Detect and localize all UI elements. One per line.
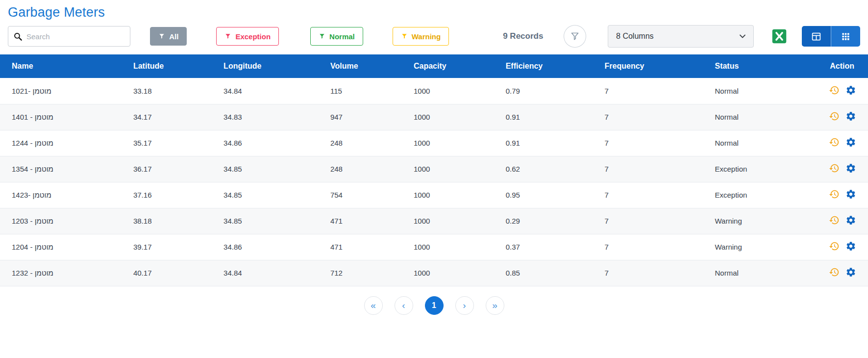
- cell-frequency: 7: [593, 104, 703, 130]
- settings-gear-icon[interactable]: [843, 84, 858, 98]
- filter-exception-label: Exception: [235, 32, 271, 41]
- pagination-page-1-button[interactable]: 1: [425, 296, 444, 315]
- excel-export-button[interactable]: [770, 27, 788, 45]
- cell-longitude: 34.85: [212, 156, 319, 182]
- settings-gear-icon[interactable]: [843, 162, 858, 176]
- settings-gear-icon[interactable]: [843, 110, 858, 124]
- cell-frequency: 7: [593, 156, 703, 182]
- cell-capacity: 1000: [402, 260, 494, 286]
- cell-status: Warning: [703, 234, 809, 260]
- history-icon[interactable]: [827, 110, 842, 124]
- cell-volume: 248: [319, 130, 402, 156]
- cell-action: [809, 234, 868, 260]
- filter-menu-button[interactable]: [564, 25, 586, 48]
- history-icon[interactable]: [827, 214, 842, 228]
- settings-gear-icon[interactable]: [843, 214, 858, 228]
- history-icon[interactable]: [827, 266, 842, 280]
- settings-gear-icon[interactable]: [843, 188, 858, 202]
- column-header-frequency[interactable]: Frequency: [593, 54, 703, 78]
- table-body: 1021- מוטמן 33.18 34.84 115 1000 0.79 7 …: [0, 78, 868, 286]
- cell-efficiency: 0.95: [494, 182, 593, 208]
- history-icon[interactable]: [827, 136, 842, 150]
- funnel-icon: [401, 33, 408, 40]
- cell-capacity: 1000: [402, 130, 494, 156]
- cell-capacity: 1000: [402, 182, 494, 208]
- pagination-last-button[interactable]: »: [486, 296, 504, 315]
- chevron-left-icon: ‹: [402, 301, 405, 310]
- pagination-first-button[interactable]: «: [364, 296, 383, 315]
- cell-name: 1401 - מוטמן: [0, 104, 122, 130]
- filter-all-label: All: [169, 32, 178, 41]
- cell-latitude: 40.17: [122, 260, 212, 286]
- cell-latitude: 36.17: [122, 156, 212, 182]
- pagination: « ‹ 1 › »: [0, 296, 868, 315]
- filter-all-button[interactable]: All: [150, 27, 187, 46]
- cell-longitude: 34.83: [212, 104, 319, 130]
- double-chevron-right-icon: »: [492, 301, 497, 310]
- filter-normal-button[interactable]: Normal: [310, 27, 363, 46]
- chevron-down-icon: [739, 32, 746, 40]
- cell-efficiency: 0.62: [494, 156, 593, 182]
- cell-efficiency: 0.91: [494, 104, 593, 130]
- settings-gear-icon[interactable]: [843, 266, 858, 280]
- column-header-latitude[interactable]: Latitude: [122, 54, 212, 78]
- cell-volume: 754: [319, 182, 402, 208]
- cell-status: Normal: [703, 78, 809, 104]
- settings-gear-icon[interactable]: [843, 136, 858, 150]
- grid-view-icon: [841, 32, 850, 41]
- view-toggle: [802, 26, 860, 47]
- cell-name: 1232 - מוטמן: [0, 260, 122, 286]
- cell-action: [809, 182, 868, 208]
- cell-action: [809, 156, 868, 182]
- pagination-next-button[interactable]: ›: [455, 296, 474, 315]
- cell-volume: 115: [319, 78, 402, 104]
- table-view-button[interactable]: [802, 26, 831, 47]
- column-header-capacity[interactable]: Capacity: [402, 54, 494, 78]
- cell-longitude: 34.86: [212, 130, 319, 156]
- search-icon: [13, 32, 23, 41]
- search-box: [8, 26, 130, 47]
- cell-volume: 712: [319, 260, 402, 286]
- settings-gear-icon[interactable]: [843, 240, 858, 254]
- table-row: 1021- מוטמן 33.18 34.84 115 1000 0.79 7 …: [0, 78, 868, 104]
- cell-status: Exception: [703, 182, 809, 208]
- search-input[interactable]: [26, 32, 125, 41]
- history-icon[interactable]: [827, 240, 842, 254]
- column-header-efficiency[interactable]: Efficiency: [494, 54, 593, 78]
- column-header-status[interactable]: Status: [703, 54, 809, 78]
- column-header-volume[interactable]: Volume: [319, 54, 402, 78]
- excel-icon: [770, 27, 788, 45]
- history-icon[interactable]: [827, 84, 842, 98]
- cell-capacity: 1000: [402, 208, 494, 234]
- table-row: 1423- מוטמן 37.16 34.85 754 1000 0.95 7 …: [0, 182, 868, 208]
- column-header-longitude[interactable]: Longitude: [212, 54, 319, 78]
- cell-efficiency: 0.29: [494, 208, 593, 234]
- history-icon[interactable]: [827, 162, 842, 176]
- table-row: 1401 - מוטמן 34.17 34.83 947 1000 0.91 7…: [0, 104, 868, 130]
- filter-exception-button[interactable]: Exception: [216, 27, 279, 46]
- table-row: 1204 - מוטמן 39.17 34.86 471 1000 0.37 7…: [0, 234, 868, 260]
- pagination-prev-button[interactable]: ‹: [395, 296, 413, 315]
- chevron-right-icon: ›: [463, 301, 466, 310]
- cell-latitude: 34.17: [122, 104, 212, 130]
- columns-select[interactable]: 8 Columns: [608, 25, 754, 48]
- column-header-name[interactable]: Name: [0, 54, 122, 78]
- cell-longitude: 34.85: [212, 208, 319, 234]
- cell-capacity: 1000: [402, 78, 494, 104]
- filter-warning-button[interactable]: Warning: [393, 27, 449, 46]
- cell-status: Normal: [703, 104, 809, 130]
- grid-view-button[interactable]: [831, 26, 860, 47]
- cell-volume: 248: [319, 156, 402, 182]
- cell-frequency: 7: [593, 182, 703, 208]
- cell-capacity: 1000: [402, 104, 494, 130]
- history-icon[interactable]: [827, 188, 842, 202]
- table-view-icon: [811, 31, 821, 42]
- cell-status: Normal: [703, 260, 809, 286]
- cell-name: 1203 - מוטמן: [0, 208, 122, 234]
- cell-capacity: 1000: [402, 234, 494, 260]
- funnel-icon: [224, 33, 231, 40]
- cell-action: [809, 130, 868, 156]
- funnel-icon: [319, 33, 325, 40]
- cell-name: 1354 - מוטמן: [0, 156, 122, 182]
- cell-status: Normal: [703, 130, 809, 156]
